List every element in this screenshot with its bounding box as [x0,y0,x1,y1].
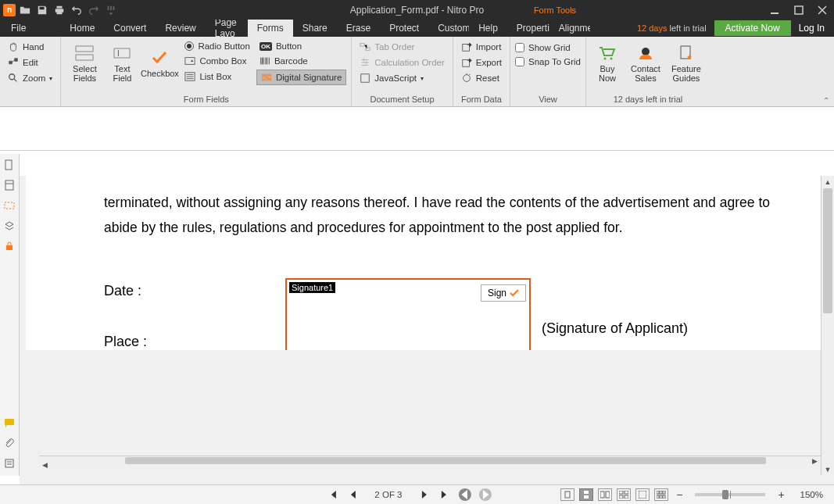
tab-home[interactable]: Home [60,20,104,37]
svg-text:I: I [117,49,120,58]
buy-now-button[interactable]: Buy Now [591,40,624,87]
redo-icon[interactable] [86,2,102,18]
svg-rect-28 [5,419,14,425]
login-button[interactable]: Log In [799,23,825,34]
view-continuous-button[interactable] [579,488,593,501]
calculation-order-button[interactable]: Calculation Order [356,55,447,70]
svg-rect-14 [366,48,370,51]
tab-page-layout[interactable]: Page Layo [206,20,248,37]
view-fullscreen-button[interactable] [635,488,650,501]
text-field-button[interactable]: I Text Field [106,40,138,87]
barcode-button[interactable]: Barcode [256,54,346,68]
activate-button[interactable]: Activate Now [714,20,791,36]
signatures-panel-icon[interactable] [3,199,16,212]
zoom-in-button[interactable]: + [775,488,787,501]
collapse-ribbon-icon[interactable]: ⌃ [823,96,829,105]
tab-help[interactable]: Help [469,20,507,37]
minimize-button[interactable] [764,0,787,20]
window-title: Application_Form.pdf - Nitro Pro [350,5,484,16]
toolbar-blank-area [0,107,834,151]
contact-sales-button[interactable]: Contact Sales [627,40,664,87]
view-single-button[interactable] [560,488,574,501]
document-page[interactable]: terminated, without assigning any reason… [26,176,834,350]
tab-protect[interactable]: Protect [380,20,428,37]
export-button[interactable]: Export [458,55,505,70]
reset-button[interactable]: Reset [458,71,505,85]
vscroll-thumb[interactable] [823,188,832,313]
svg-rect-39 [619,495,623,499]
sign-button[interactable]: Sign [481,284,526,302]
scroll-right-icon[interactable]: ▶ [809,456,821,466]
file-menu[interactable]: File [0,20,37,37]
tab-properties[interactable]: Properties [507,20,549,37]
undo-icon[interactable] [69,2,84,18]
tab-order-button[interactable]: Tab Order [356,40,447,54]
svg-rect-36 [606,491,610,498]
view-thumbnails-button[interactable] [654,488,668,501]
zoom-tool[interactable]: Zoom ▾ [5,71,55,85]
prev-page-button[interactable] [346,488,359,501]
svg-point-19 [603,57,606,59]
svg-rect-29 [5,459,13,467]
tab-alignment[interactable]: Alignment [549,20,590,37]
digital-signature-button[interactable]: Digital Signature [256,70,346,85]
left-sidebar [0,154,20,476]
view-facing-continuous-button[interactable] [617,488,631,501]
horizontal-scrollbar[interactable]: ◀ ▶ [39,456,821,465]
output-panel-icon[interactable] [3,457,16,470]
scroll-up-icon[interactable]: ▲ [821,176,834,188]
open-icon[interactable] [17,2,33,18]
close-button[interactable] [811,0,834,20]
tab-customize[interactable]: Customize [428,20,469,37]
javascript-button[interactable]: JavaScript ▾ [356,71,447,85]
digital-signature-field[interactable]: Signature1 Sign [285,278,531,350]
show-grid-checkbox[interactable]: Show Grid [515,41,581,54]
pages-panel-icon[interactable] [3,159,16,171]
svg-rect-15 [361,74,370,83]
hscroll-thumb[interactable] [125,457,766,464]
edit-tool[interactable]: Edit [5,55,55,70]
svg-rect-32 [565,491,570,498]
zoom-level: 150% [800,490,823,499]
security-panel-icon[interactable] [3,240,16,252]
feature-guides-button[interactable]: Feature Guides [668,40,705,87]
radio-button-button[interactable]: Radio Button [181,40,253,52]
bookmarks-panel-icon[interactable] [3,179,16,191]
svg-rect-23 [5,160,12,170]
trial-indicator: 12 days left in trial [637,23,707,33]
next-page-button[interactable] [418,488,431,501]
combo-box-button[interactable]: Combo Box [181,54,253,68]
hand-tool[interactable]: Hand [5,40,55,54]
layers-panel-icon[interactable] [3,220,16,232]
scroll-down-icon[interactable]: ▼ [821,463,834,475]
comments-panel-icon[interactable] [3,416,16,429]
signature-applicant-label: (Signature of Applicant) [542,320,688,337]
view-facing-button[interactable] [598,488,612,501]
zoom-out-button[interactable]: − [673,488,685,501]
maximize-button[interactable] [787,0,811,20]
attachments-panel-icon[interactable] [3,437,16,449]
checkbox-button[interactable]: Checkbox [141,40,178,87]
first-page-button[interactable] [326,488,338,501]
zoom-slider[interactable] [695,493,765,496]
qat-dropdown-icon[interactable] [103,2,119,18]
import-button[interactable]: Import [458,40,505,54]
save-icon[interactable] [34,2,50,18]
select-fields-button[interactable]: Select Fields [66,40,103,87]
zoom-slider-handle[interactable] [722,490,728,499]
tab-review[interactable]: Review [156,20,205,37]
scroll-left-icon[interactable]: ◀ [39,460,51,470]
svg-rect-41 [639,491,646,499]
list-box-button[interactable]: List Box [181,70,253,84]
tab-forms[interactable]: Forms [248,20,293,37]
tab-convert[interactable]: Convert [104,20,156,37]
button-field-button[interactable]: OKButton [256,40,346,52]
nav-forward-button[interactable] [479,488,492,501]
nav-back-button[interactable] [459,488,471,501]
snap-to-grid-checkbox[interactable]: Snap To Grid [515,55,581,68]
tab-share[interactable]: Share [293,20,337,37]
tab-erase[interactable]: Erase [337,20,380,37]
vertical-scrollbar[interactable]: ▲ ▼ [821,176,834,475]
print-icon[interactable] [52,2,67,18]
last-page-button[interactable] [438,488,451,501]
